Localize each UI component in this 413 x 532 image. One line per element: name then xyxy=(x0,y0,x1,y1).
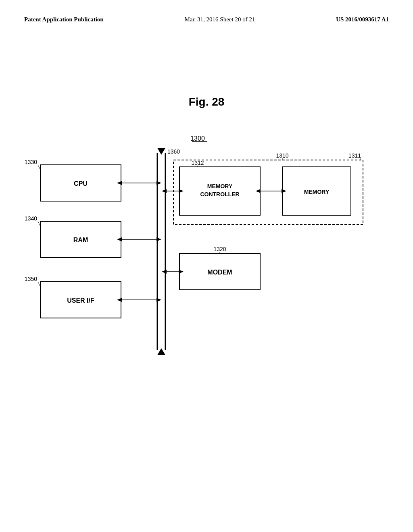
svg-marker-7 xyxy=(156,181,161,185)
ram-label: RAM xyxy=(73,237,88,243)
ram-ref-label: 1340 xyxy=(25,215,37,222)
svg-marker-15 xyxy=(156,298,161,302)
memory-controller-ref: 1312 xyxy=(191,160,204,166)
svg-marker-3 xyxy=(157,148,165,155)
user-if-label: USER I/F xyxy=(67,297,94,304)
memory-controller-label-line1: MEMORY xyxy=(207,183,233,189)
memory-system-ref: 1310 xyxy=(276,152,288,159)
user-if-ref-label: 1350 xyxy=(25,276,37,282)
system-ref-label: 1300 xyxy=(190,135,205,142)
svg-marker-11 xyxy=(156,237,161,241)
figure-title: Fig. 28 xyxy=(0,96,413,108)
diagram-svg: 1300 1360 CPU 1330 RAM 1340 xyxy=(0,121,413,403)
publication-label: Patent Application Publication xyxy=(24,16,104,23)
date-sheet-label: Mar. 31, 2016 Sheet 20 of 21 xyxy=(184,16,255,23)
svg-marker-29 xyxy=(162,270,167,274)
header-left: Patent Application Publication xyxy=(24,16,104,23)
bus-ref-label: 1360 xyxy=(167,148,180,155)
header-center: Mar. 31, 2016 Sheet 20 of 21 xyxy=(184,16,255,23)
cpu-label: CPU xyxy=(74,180,88,187)
svg-marker-4 xyxy=(157,348,165,355)
memory-inner-ref: 1311 xyxy=(348,152,361,159)
page-header: Patent Application Publication Mar. 31, … xyxy=(0,0,413,31)
patent-number-label: US 2016/0093617 A1 xyxy=(336,16,389,23)
modem-label: MODEM xyxy=(207,269,232,276)
diagram-container: 1300 1360 CPU 1330 RAM 1340 xyxy=(0,121,413,403)
memory-controller-label-line2: CONTROLLER xyxy=(200,191,239,197)
memory-label: MEMORY xyxy=(304,189,330,195)
header-right: US 2016/0093617 A1 xyxy=(336,16,389,23)
cpu-ref-label: 1330 xyxy=(25,159,37,165)
modem-ref-label: 1320 xyxy=(213,246,226,252)
svg-marker-22 xyxy=(162,189,167,193)
